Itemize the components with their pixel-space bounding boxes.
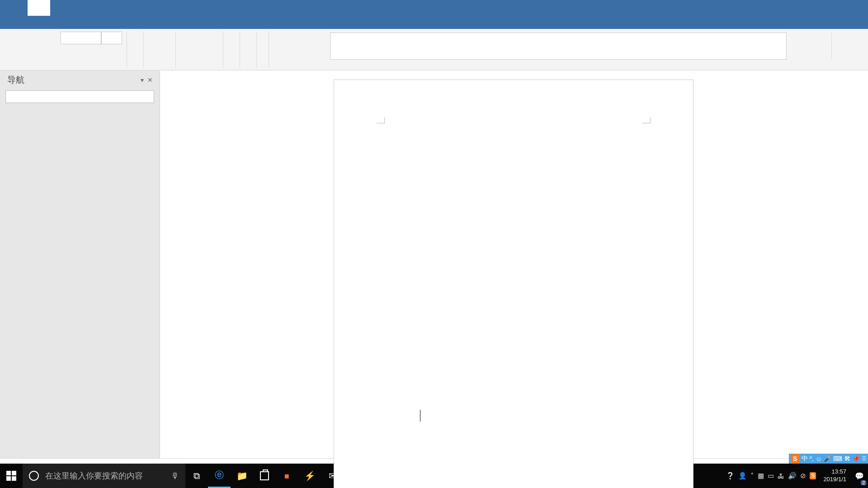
tray-help-icon[interactable]: ❔ [726, 472, 735, 480]
ime-tool-icon[interactable]: 🛠 [844, 455, 850, 462]
taskbar-search[interactable]: 在这里输入你要搜索的内容 🎙 [23, 464, 185, 488]
ime-toolbar[interactable]: S 中 º, ☺ 🎤 ⌨ 🛠 📌 ⠿ [789, 454, 868, 464]
navigation-pane-title: 导航 [7, 74, 138, 86]
text-cursor [420, 410, 420, 422]
ribbon-tab-active[interactable] [28, 0, 50, 16]
taskbar-app-diamond[interactable]: ◆ [276, 464, 298, 488]
ribbon [0, 29, 868, 70]
taskbar-search-placeholder: 在这里输入你要搜索的内容 [45, 470, 165, 481]
notification-icon: 💬 [855, 472, 864, 480]
ribbon-group-5 [223, 29, 240, 70]
font-size-combo[interactable] [101, 32, 122, 44]
ime-pin-icon[interactable]: 📌 [852, 455, 860, 462]
ribbon-group-font [56, 29, 127, 70]
tray-sogou-icon[interactable]: S [810, 472, 816, 479]
ime-expand-icon[interactable]: ⠿ [862, 455, 866, 462]
start-button[interactable] [0, 464, 23, 488]
taskbar-app-explorer[interactable]: 📁 [231, 464, 253, 488]
ribbon-tab-strip [0, 16, 868, 29]
action-center-button[interactable]: 💬 2 [851, 464, 868, 488]
ime-punct-icon[interactable]: º, [810, 455, 814, 462]
margin-marker-top-left [377, 117, 385, 123]
ribbon-group-editing [796, 33, 832, 60]
taskbar-app-bolt[interactable]: ⚡ [298, 464, 321, 488]
tray-network-icon[interactable]: 🖧 [778, 472, 784, 480]
ime-mic-icon[interactable]: 🎤 [824, 455, 831, 462]
folder-icon: 📁 [236, 470, 248, 481]
task-view-icon: ⧉ [193, 471, 200, 481]
navigation-pane-header: 导航 ▾ ✕ [0, 70, 160, 89]
document-page[interactable] [334, 80, 693, 488]
ribbon-group-7 [257, 29, 269, 70]
word-title-bar [0, 0, 868, 16]
store-icon [260, 471, 269, 480]
taskbar-app-edge[interactable]: ⓔ [208, 464, 231, 488]
navigation-pane: 导航 ▾ ✕ [0, 70, 160, 458]
clock-date: 2019/1/1 [823, 476, 846, 483]
taskbar-app-store[interactable] [253, 464, 276, 488]
ribbon-group-4 [176, 29, 223, 70]
system-tray[interactable]: ❔ 👤 ˄ ▦ ▭ 🖧 🔊 ⊘ S [726, 464, 819, 488]
cortana-icon [29, 471, 39, 481]
ime-face-icon[interactable]: ☺ [816, 455, 822, 462]
font-name-combo[interactable] [61, 32, 101, 44]
navigation-pane-close-icon[interactable]: ✕ [146, 76, 154, 84]
tray-volume-icon[interactable]: 🔊 [788, 472, 797, 480]
workspace: 导航 ▾ ✕ [0, 70, 868, 458]
tray-block-icon[interactable]: ⊘ [800, 472, 806, 480]
diamond-icon: ◆ [282, 471, 292, 481]
styles-gallery[interactable] [330, 33, 787, 60]
document-viewport[interactable] [160, 70, 868, 458]
notification-badge: 2 [861, 480, 866, 485]
ime-keyboard-icon[interactable]: ⌨ [833, 455, 842, 462]
clock-time: 13:57 [831, 468, 846, 476]
taskbar-clock[interactable]: 13:57 2019/1/1 [819, 464, 851, 488]
windows-logo-icon [6, 471, 16, 481]
ribbon-group-6 [240, 29, 256, 70]
ime-mode-label[interactable]: 中 [802, 455, 808, 463]
tray-overflow-icon[interactable]: ˄ [750, 472, 754, 480]
edge-icon: ⓔ [215, 469, 224, 481]
ribbon-group-2 [127, 29, 143, 70]
ribbon-group-3 [144, 29, 175, 70]
task-view-button[interactable]: ⧉ [185, 464, 208, 488]
navigation-pane-options-icon[interactable]: ▾ [138, 76, 146, 84]
ime-logo-icon[interactable]: S [791, 454, 800, 463]
navigation-search-input[interactable] [5, 90, 154, 103]
bolt-icon: ⚡ [304, 470, 316, 481]
tray-defender-icon[interactable]: ▦ [758, 472, 764, 480]
tray-battery-icon[interactable]: ▭ [768, 472, 774, 480]
mic-icon[interactable]: 🎙 [171, 471, 179, 481]
tray-people-icon[interactable]: 👤 [738, 472, 747, 480]
margin-marker-top-right [642, 117, 651, 123]
